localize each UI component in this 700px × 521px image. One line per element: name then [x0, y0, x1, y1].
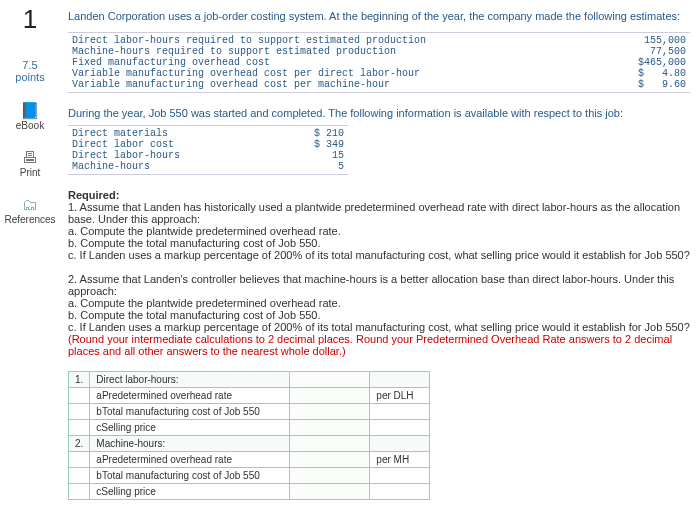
question-content: Landen Corporation uses a job-order cost… — [60, 0, 700, 510]
requirements: Required: 1. Assume that Landen has hist… — [68, 189, 690, 357]
requirement-line: 1. Assume that Landen has historically u… — [68, 201, 690, 225]
requirement-line: c. If Landen uses a markup percentage of… — [68, 321, 690, 333]
job-label: Direct labor-hours — [68, 150, 278, 161]
printer-icon: 🖶 — [0, 149, 60, 167]
requirement-line: c. If Landen uses a markup percentage of… — [68, 249, 690, 261]
estimates-table: Direct labor-hours required to support e… — [68, 32, 690, 93]
book-icon: 📘 — [0, 101, 60, 120]
points-value: 7.5 — [0, 59, 60, 71]
job-label: Direct materials — [68, 128, 278, 139]
job-value: $ 210 — [278, 128, 348, 139]
job-label: Direct labor cost — [68, 139, 278, 150]
requirement-line: a. Compute the plantwide predetermined o… — [68, 225, 690, 237]
section-2-head: Machine-hours: — [90, 436, 290, 452]
intro-text: Landen Corporation uses a job-order cost… — [68, 10, 690, 22]
estimate-label: Variable manufacturing overhead cost per… — [68, 68, 620, 79]
sidebar: 1 7.5 points 📘 eBook 🖶 Print 🗂 Reference… — [0, 0, 60, 510]
mid-text: During the year, Job 550 was started and… — [68, 107, 690, 119]
estimate-value: 155,000 — [620, 35, 690, 46]
requirement-line: b. Compute the total manufacturing cost … — [68, 237, 690, 249]
row-2b-label: bTotal manufacturing cost of Job 550 — [90, 468, 290, 484]
print-link[interactable]: 🖶 Print — [0, 149, 60, 178]
row-1a-unit: per DLH — [370, 388, 430, 404]
estimate-label: Direct labor-hours required to support e… — [68, 35, 620, 46]
row-2a-input[interactable] — [290, 452, 370, 468]
requirement-line: a. Compute the plantwide predetermined o… — [68, 297, 690, 309]
job-label: Machine-hours — [68, 161, 278, 172]
section-1-num: 1. — [69, 372, 90, 388]
estimate-label: Fixed manufacturing overhead cost — [68, 57, 620, 68]
row-1b-label: bTotal manufacturing cost of Job 550 — [90, 404, 290, 420]
estimate-value: $ 4.80 — [620, 68, 690, 79]
requirement-line: b. Compute the total manufacturing cost … — [68, 309, 690, 321]
points: 7.5 points — [0, 59, 60, 83]
estimate-label: Variable manufacturing overhead cost per… — [68, 79, 620, 90]
references-link[interactable]: 🗂 References — [0, 196, 60, 225]
section-2-num: 2. — [69, 436, 90, 452]
row-2a-unit: per MH — [370, 452, 430, 468]
row-2c-input[interactable] — [290, 484, 370, 500]
ebook-link[interactable]: 📘 eBook — [0, 101, 60, 131]
row-2c-label: cSelling price — [90, 484, 290, 500]
estimate-value: $ 9.60 — [620, 79, 690, 90]
row-1c-input[interactable] — [290, 420, 370, 436]
row-1b-input[interactable] — [290, 404, 370, 420]
points-label: points — [15, 71, 44, 83]
job-value: $ 349 — [278, 139, 348, 150]
estimate-value: $465,000 — [620, 57, 690, 68]
row-2a-label: aPredetermined overhead rate — [90, 452, 290, 468]
question-number: 1 — [0, 4, 60, 35]
rounding-note: (Round your intermediate calculations to… — [68, 333, 690, 357]
answer-table: 1. Direct labor-hours: aPredetermined ov… — [68, 371, 430, 500]
row-1c-label: cSelling price — [90, 420, 290, 436]
row-2b-input[interactable] — [290, 468, 370, 484]
requirement-line: 2. Assume that Landen's controller belie… — [68, 273, 690, 297]
job-value: 15 — [278, 150, 348, 161]
row-1a-label: aPredetermined overhead rate — [90, 388, 290, 404]
estimate-label: Machine-hours required to support estima… — [68, 46, 620, 57]
job-table: Direct materials$ 210Direct labor cost$ … — [68, 125, 348, 175]
row-1a-input[interactable] — [290, 388, 370, 404]
estimate-value: 77,500 — [620, 46, 690, 57]
requirement-line — [68, 261, 690, 273]
job-value: 5 — [278, 161, 348, 172]
section-1-head: Direct labor-hours: — [90, 372, 290, 388]
required-heading: Required: — [68, 189, 690, 201]
references-icon: 🗂 — [0, 196, 60, 214]
